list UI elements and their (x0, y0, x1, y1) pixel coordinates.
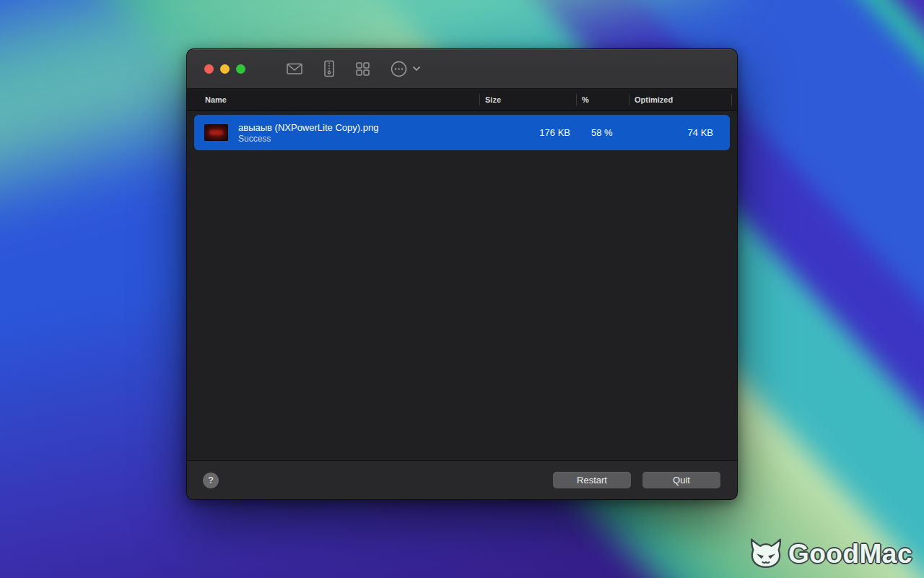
grid-icon[interactable] (355, 61, 370, 77)
help-button[interactable]: ? (203, 473, 219, 488)
chevron-down-icon (412, 66, 421, 72)
file-percent: 58 % (576, 127, 629, 138)
quit-button[interactable]: Quit (642, 472, 720, 488)
status-text: Success (238, 134, 378, 144)
column-header-percent[interactable]: % (576, 94, 629, 105)
minimize-button[interactable] (220, 64, 230, 74)
toolbar (286, 60, 421, 78)
zoom-button[interactable] (236, 64, 245, 74)
file-size: 176 KB (479, 127, 576, 138)
column-header-size[interactable]: Size (479, 94, 576, 105)
more-menu[interactable] (390, 60, 421, 78)
more-icon (390, 60, 408, 78)
titlebar[interactable] (187, 49, 737, 89)
file-name: авыаыв (NXPowerLite Copy).png (238, 122, 378, 133)
archive-icon[interactable] (323, 60, 336, 77)
cat-icon (748, 536, 784, 572)
file-optimized-size: 74 KB (629, 127, 724, 138)
restart-button[interactable]: Restart (553, 472, 631, 488)
column-header-spacer (731, 94, 737, 105)
column-header-optimized[interactable]: Optimized (629, 94, 731, 105)
column-header-name[interactable]: Name (187, 94, 479, 105)
table-header: Name Size % Optimized (187, 89, 737, 111)
footer-bar: ? Restart Quit (187, 460, 737, 499)
mail-icon[interactable] (286, 61, 303, 77)
file-name-cell: авыаыв (NXPowerLite Copy).png Success (194, 122, 479, 144)
app-window: Name Size % Optimized авыаыв (NXPowerLit… (186, 48, 738, 500)
table-row[interactable]: авыаыв (NXPowerLite Copy).png Success 17… (194, 115, 730, 150)
close-button[interactable] (204, 64, 214, 74)
file-list[interactable]: авыаыв (NXPowerLite Copy).png Success 17… (187, 111, 737, 460)
brand-text: GoodMac (788, 539, 912, 569)
goodmac-logo: GoodMac (748, 536, 912, 572)
file-thumbnail (204, 124, 228, 141)
traffic-lights (204, 64, 245, 74)
